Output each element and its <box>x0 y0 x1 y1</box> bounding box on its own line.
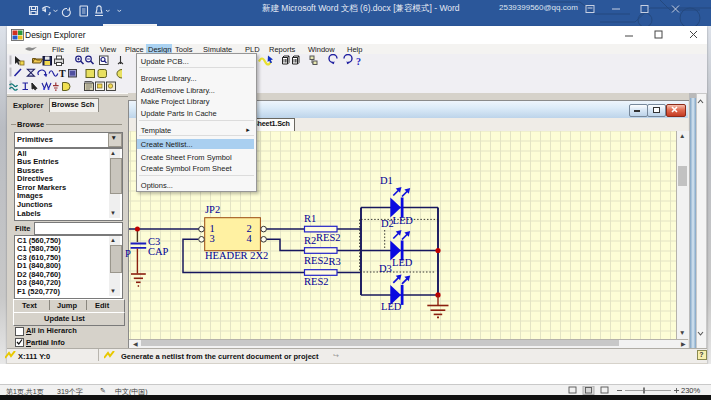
svg-text:?: ? <box>356 55 361 66</box>
svg-text:T: T <box>59 68 66 79</box>
